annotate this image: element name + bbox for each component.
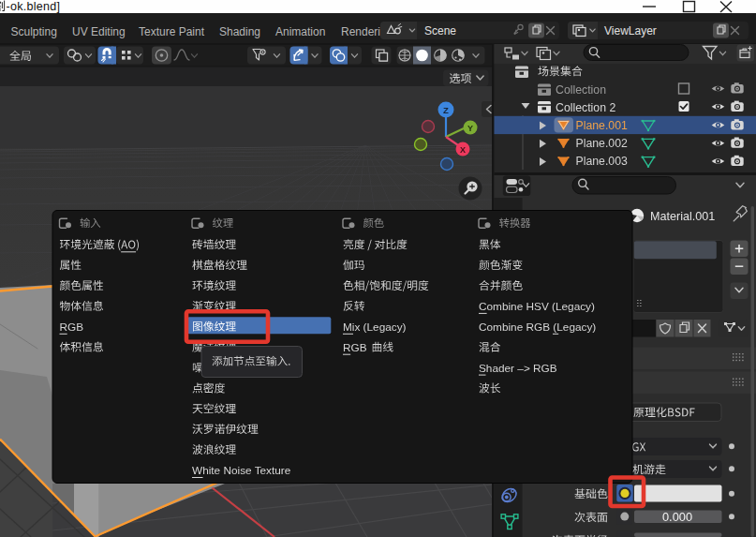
svg-text:Plane.001: Plane.001 bbox=[576, 119, 629, 132]
svg-text:Combine HSV (Legacy): Combine HSV (Legacy) bbox=[479, 300, 595, 313]
svg-text:X: X bbox=[460, 145, 466, 155]
svg-text:Renderi: Renderi bbox=[341, 25, 380, 38]
svg-text:Collection: Collection bbox=[556, 83, 606, 97]
svg-text:Shading: Shading bbox=[219, 25, 260, 38]
svg-text:Collection 2: Collection 2 bbox=[556, 101, 615, 114]
svg-text:Scene: Scene bbox=[424, 24, 456, 37]
svg-text:Texture Paint: Texture Paint bbox=[139, 25, 205, 38]
svg-text:RGB: RGB bbox=[343, 341, 367, 354]
svg-text:Mix (Legacy): Mix (Legacy) bbox=[343, 321, 407, 334]
svg-text:Combine RGB (Legacy): Combine RGB (Legacy) bbox=[479, 321, 596, 334]
svg-text:Shader –> RGB: Shader –> RGB bbox=[479, 362, 557, 375]
svg-text:Plane.002: Plane.002 bbox=[576, 137, 629, 150]
svg-text:Y: Y bbox=[467, 124, 473, 133]
svg-text:RGB: RGB bbox=[60, 321, 84, 334]
svg-text:ViewLayer: ViewLayer bbox=[604, 24, 657, 37]
svg-text:UV Editing: UV Editing bbox=[72, 25, 126, 38]
svg-text:Plane.003: Plane.003 bbox=[576, 155, 629, 168]
svg-text:0.000: 0.000 bbox=[662, 510, 692, 524]
svg-text:Z: Z bbox=[443, 105, 449, 115]
svg-text:-ok.blend]: -ok.blend] bbox=[7, 0, 61, 13]
svg-text:Sculpting: Sculpting bbox=[11, 25, 57, 38]
svg-text:Animation: Animation bbox=[275, 25, 325, 38]
svg-text:White Noise Texture: White Noise Texture bbox=[192, 464, 291, 477]
svg-text:Material.001: Material.001 bbox=[650, 210, 715, 223]
